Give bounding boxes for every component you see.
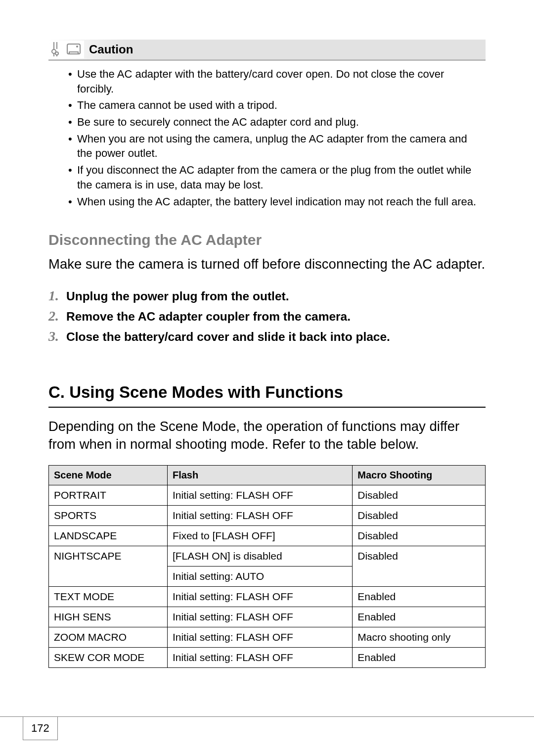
th-macro: Macro Shooting [353,465,486,485]
table-row: SPORTS Initial setting: FLASH OFF Disabl… [49,505,486,525]
cell-mode: PORTRAIT [49,485,168,505]
cell-mode: ZOOM MACRO [49,627,168,647]
cell-macro: Disabled [353,505,486,525]
caution-item: If you disconnect the AC adapter from th… [77,163,478,192]
th-scene-mode: Scene Mode [49,465,168,485]
step-text: Remove the AC adapter coupler from the c… [66,309,351,325]
cell-mode: SPORTS [49,505,168,525]
cell-flash: [FLASH ON] is disabled [167,546,352,566]
scene-modes-table: Scene Mode Flash Macro Shooting PORTRAIT… [48,465,486,668]
intro-paragraph: Make sure the camera is turned off befor… [48,255,486,273]
cell-mode: TEXT MODE [49,586,168,607]
svg-point-3 [76,46,78,47]
cell-flash: Initial setting: FLASH OFF [167,586,352,607]
table-row: NIGHTSCAPE [FLASH ON] is disabled Disabl… [49,546,486,566]
table-row: HIGH SENS Initial setting: FLASH OFF Ena… [49,607,486,627]
cell-flash: Initial setting: AUTO [167,566,352,586]
step-number: 2. [48,308,66,324]
cell-flash: Initial setting: FLASH OFF [167,485,352,505]
cell-macro: Enabled [353,586,486,607]
caution-item: When using the AC adapter, the battery l… [77,194,478,209]
th-flash: Flash [167,465,352,485]
cell-macro: Disabled [353,485,486,505]
caution-item: When you are not using the camera, unplu… [77,132,478,161]
cell-mode: NIGHTSCAPE [49,546,168,586]
cell-flash: Initial setting: FLASH OFF [167,627,352,647]
footer-rule [0,716,534,717]
step-number: 3. [48,329,66,344]
page-number: 172 [23,717,58,740]
table-row: TEXT MODE Initial setting: FLASH OFF Ena… [49,586,486,607]
section-heading-disconnect: Disconnecting the AC Adapter [48,232,486,248]
scene-intro-paragraph: Depending on the Scene Mode, the operati… [48,418,486,453]
step-number: 1. [48,288,66,304]
step-item: 3. Close the battery/card cover and slid… [48,329,486,345]
caution-item: Be sure to securely connect the AC adapt… [77,115,478,130]
step-item: 2. Remove the AC adapter coupler from th… [48,308,486,325]
cell-flash: Initial setting: FLASH OFF [167,607,352,627]
cell-macro: Enabled [353,647,486,667]
caution-icon [50,41,84,58]
svg-rect-4 [69,52,78,54]
cell-macro: Disabled [353,546,486,586]
table-row: ZOOM MACRO Initial setting: FLASH OFF Ma… [49,627,486,647]
section-heading-scene-modes: C. Using Scene Modes with Functions [48,383,486,408]
page-footer: 172 [0,716,534,740]
caution-title: Caution [89,43,133,56]
cell-flash: Fixed to [FLASH OFF] [167,525,352,546]
caution-item: The camera cannot be used with a tripod. [77,98,478,113]
cell-mode: LANDSCAPE [49,525,168,546]
svg-point-1 [55,52,58,55]
cell-macro: Disabled [353,525,486,546]
table-row: PORTRAIT Initial setting: FLASH OFF Disa… [49,485,486,505]
cell-macro: Enabled [353,607,486,627]
caution-header: Caution [48,40,486,61]
caution-item: Use the AC adapter with the battery/card… [77,67,478,96]
step-text: Unplug the power plug from the outlet. [66,288,289,304]
table-row: LANDSCAPE Fixed to [FLASH OFF] Disabled [49,525,486,546]
table-row: SKEW COR MODE Initial setting: FLASH OFF… [49,647,486,667]
cell-macro: Macro shooting only [353,627,486,647]
table-header-row: Scene Mode Flash Macro Shooting [49,465,486,485]
steps-list: 1. Unplug the power plug from the outlet… [48,288,486,345]
cell-mode: SKEW COR MODE [49,647,168,667]
cell-mode: HIGH SENS [49,607,168,627]
cell-flash: Initial setting: FLASH OFF [167,505,352,525]
step-text: Close the battery/card cover and slide i… [66,329,390,345]
step-item: 1. Unplug the power plug from the outlet… [48,288,486,304]
cell-flash: Initial setting: FLASH OFF [167,647,352,667]
caution-list: Use the AC adapter with the battery/card… [65,67,483,209]
page: Caution Use the AC adapter with the batt… [0,0,534,756]
